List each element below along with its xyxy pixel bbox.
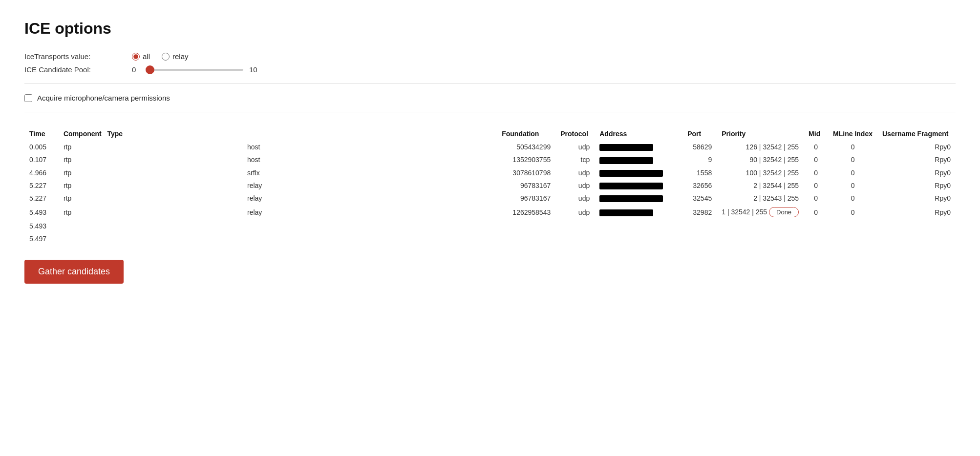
radio-all-label: all [143, 52, 150, 61]
th-mline: MLine Index [828, 127, 877, 141]
cell-username: Rpy0 [877, 166, 956, 179]
table-row: 5.497 [24, 232, 956, 245]
cell-port [682, 220, 717, 232]
cell-mid: 0 [804, 205, 828, 220]
cell-type: host [242, 141, 497, 153]
cell-mid: 0 [804, 141, 828, 153]
cell-protocol: udp [555, 205, 595, 220]
cell-mline: 0 [828, 141, 877, 153]
cell-address [595, 141, 682, 153]
cell-mline: 0 [828, 153, 877, 166]
candidates-table-section: Time Component Type Foundation Protocol … [24, 127, 956, 245]
cell-priority: 1 | 32542 | 255 Done [717, 205, 804, 220]
cell-protocol: udp [555, 192, 595, 205]
cell-mid: 0 [804, 179, 828, 192]
page-title: ICE options [24, 20, 956, 38]
cell-type: relay [242, 192, 497, 205]
cell-port: 32982 [682, 205, 717, 220]
cell-component: rtp [59, 205, 242, 220]
cell-type: host [242, 153, 497, 166]
th-port: Port [682, 127, 717, 141]
cell-address [595, 166, 682, 179]
gather-candidates-button[interactable]: Gather candidates [24, 260, 124, 284]
cell-foundation [497, 220, 555, 232]
table-row: 5.493 [24, 220, 956, 232]
cell-mline: 0 [828, 205, 877, 220]
table-row: 4.966rtpsrflx3078610798udp1558100 | 3254… [24, 166, 956, 179]
cell-port: 32656 [682, 179, 717, 192]
cell-time: 5.227 [24, 192, 59, 205]
cell-component: rtp [59, 192, 242, 205]
cell-time: 0.005 [24, 141, 59, 153]
radio-relay[interactable] [162, 53, 170, 61]
cell-foundation: 96783167 [497, 179, 555, 192]
cell-priority: 126 | 32542 | 255 [717, 141, 804, 153]
done-label: Done [769, 207, 799, 217]
ice-pool-max: 10 [249, 65, 257, 74]
cell-port: 58629 [682, 141, 717, 153]
cell-address [595, 153, 682, 166]
cell-username: Rpy0 [877, 179, 956, 192]
cell-protocol: udp [555, 141, 595, 153]
cell-time: 4.966 [24, 166, 59, 179]
cell-component [59, 220, 242, 232]
table-row: 5.227rtprelay96783167udp325452 | 32543 |… [24, 192, 956, 205]
table-body: 0.005rtphost505434299udp58629126 | 32542… [24, 141, 956, 245]
cell-component [59, 232, 242, 245]
cell-time: 5.497 [24, 232, 59, 245]
cell-username [877, 220, 956, 232]
candidates-table: Time Component Type Foundation Protocol … [24, 127, 956, 245]
radio-all[interactable] [132, 53, 140, 61]
cell-mid: 0 [804, 166, 828, 179]
th-foundation: Foundation [497, 127, 555, 141]
cell-type [242, 232, 497, 245]
cell-type [242, 220, 497, 232]
cell-protocol: udp [555, 166, 595, 179]
ice-pool-slider-group: 0 10 [132, 65, 257, 74]
radio-option-all[interactable]: all [132, 52, 150, 61]
cell-component: rtp [59, 166, 242, 179]
cell-mline [828, 220, 877, 232]
microphone-label[interactable]: Acquire microphone/camera permissions [37, 94, 170, 102]
cell-address [595, 179, 682, 192]
microphone-row: Acquire microphone/camera permissions [24, 94, 956, 102]
cell-type: srflx [242, 166, 497, 179]
cell-port: 9 [682, 153, 717, 166]
cell-time: 5.227 [24, 179, 59, 192]
cell-username: Rpy0 [877, 192, 956, 205]
cell-time: 5.493 [24, 205, 59, 220]
th-protocol: Protocol [555, 127, 595, 141]
cell-priority: 100 | 32542 | 255 [717, 166, 804, 179]
ice-pool-slider[interactable] [146, 69, 243, 71]
cell-mid [804, 220, 828, 232]
cell-mid [804, 232, 828, 245]
cell-foundation: 96783167 [497, 192, 555, 205]
cell-mid: 0 [804, 192, 828, 205]
table-row: 5.493rtprelay1262958543udp329821 | 32542… [24, 205, 956, 220]
cell-time: 5.493 [24, 220, 59, 232]
cell-mline: 0 [828, 192, 877, 205]
cell-mid: 0 [804, 153, 828, 166]
cell-foundation [497, 232, 555, 245]
cell-address [595, 220, 682, 232]
ice-transports-label: IceTransports value: [24, 52, 122, 61]
cell-mline: 0 [828, 179, 877, 192]
cell-username: Rpy0 [877, 205, 956, 220]
cell-component: rtp [59, 141, 242, 153]
cell-port: 32545 [682, 192, 717, 205]
table-row: 5.227rtprelay96783167udp326562 | 32544 |… [24, 179, 956, 192]
cell-component: rtp [59, 153, 242, 166]
cell-mline: 0 [828, 166, 877, 179]
microphone-checkbox[interactable] [24, 94, 32, 102]
ice-pool-label: ICE Candidate Pool: [24, 65, 122, 74]
cell-username [877, 232, 956, 245]
table-row: 0.005rtphost505434299udp58629126 | 32542… [24, 141, 956, 153]
cell-foundation: 505434299 [497, 141, 555, 153]
cell-address [595, 192, 682, 205]
th-address: Address [595, 127, 682, 141]
cell-time: 0.107 [24, 153, 59, 166]
cell-foundation: 1352903755 [497, 153, 555, 166]
radio-option-relay[interactable]: relay [162, 52, 189, 61]
cell-component: rtp [59, 179, 242, 192]
cell-priority: 2 | 32544 | 255 [717, 179, 804, 192]
